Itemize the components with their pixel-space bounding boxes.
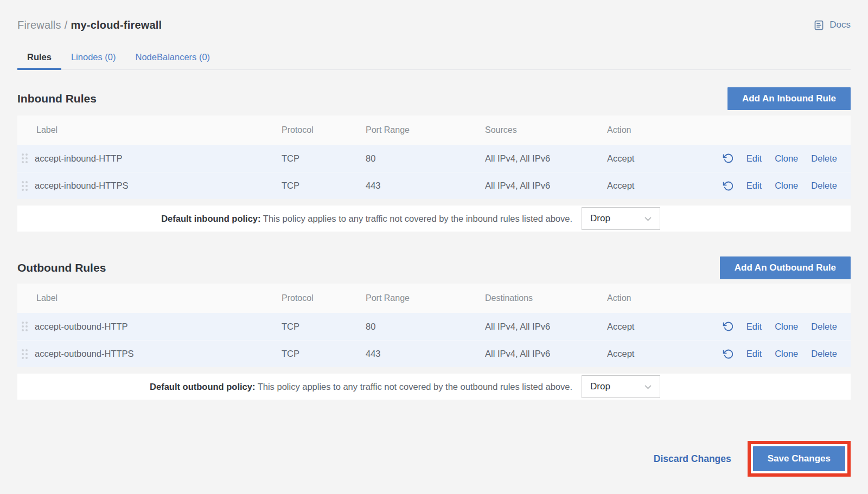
undo-icon[interactable] [723, 153, 733, 164]
save-changes-highlight-annotation: Save Changes [748, 441, 851, 477]
default-inbound-policy-label: Default inbound policy: [161, 214, 260, 223]
clone-link[interactable]: Clone [775, 349, 798, 359]
chevron-down-icon [643, 382, 653, 392]
discard-changes-button[interactable]: Discard Changes [654, 453, 731, 465]
delete-link[interactable]: Delete [811, 322, 837, 332]
clone-link[interactable]: Clone [775, 153, 798, 164]
add-outbound-rule-button[interactable]: Add An Outbound Rule [720, 256, 851, 279]
default-outbound-policy-text: Default outbound policy: This policy app… [150, 382, 572, 392]
rule-sources: All IPv4, All IPv6 [485, 153, 607, 164]
default-inbound-policy-text: Default inbound policy: This policy appl… [161, 214, 572, 224]
default-inbound-policy-row: Default inbound policy: This policy appl… [17, 206, 851, 232]
breadcrumb-firewalls-link[interactable]: Firewalls [17, 19, 61, 31]
inbound-rules-table: Label Protocol Port Range Sources Action… [17, 116, 851, 199]
default-outbound-policy-label: Default outbound policy: [150, 382, 255, 392]
default-inbound-policy-select[interactable]: Drop [582, 207, 660, 230]
selected-outbound-policy: Drop [590, 381, 610, 392]
outbound-rules-title: Outbound Rules [17, 261, 106, 274]
drag-handle-icon[interactable] [22, 153, 28, 163]
delete-link[interactable]: Delete [811, 349, 837, 359]
clone-link[interactable]: Clone [775, 322, 798, 332]
inbound-rules-title: Inbound Rules [17, 92, 97, 105]
default-outbound-policy-row: Default outbound policy: This policy app… [17, 374, 851, 400]
outbound-rules-table: Label Protocol Port Range Destinations A… [17, 284, 851, 367]
rule-action: Accept [607, 181, 705, 191]
outbound-section-header: Outbound Rules Add An Outbound Rule [17, 256, 851, 279]
rule-destinations: All IPv4, All IPv6 [485, 349, 607, 359]
column-header-sources: Sources [485, 125, 607, 135]
delete-link[interactable]: Delete [811, 153, 837, 164]
breadcrumb-current-firewall: my-cloud-firewall [71, 19, 162, 31]
column-header-port-range: Port Range [366, 293, 485, 303]
tab-linodes[interactable]: Linodes (0) [61, 47, 126, 69]
rule-destinations: All IPv4, All IPv6 [485, 322, 607, 332]
breadcrumb: Firewalls/my-cloud-firewall [17, 19, 162, 31]
tab-nodebalancers[interactable]: NodeBalancers (0) [126, 47, 220, 69]
rule-action: Accept [607, 349, 705, 359]
column-header-action: Action [607, 125, 705, 135]
rule-action: Accept [607, 322, 705, 332]
tab-rules[interactable]: Rules [17, 47, 61, 69]
rule-label: accept-outbound-HTTP [35, 322, 128, 332]
firewall-detail-page: Firewalls/my-cloud-firewall Docs Rules L… [0, 0, 868, 494]
edit-link[interactable]: Edit [746, 322, 762, 332]
rule-sources: All IPv4, All IPv6 [485, 181, 607, 191]
drag-handle-icon[interactable] [22, 322, 28, 331]
rule-protocol: TCP [282, 349, 366, 359]
selected-inbound-policy: Drop [590, 213, 610, 224]
column-header-protocol: Protocol [282, 293, 366, 303]
inbound-table-header: Label Protocol Port Range Sources Action [17, 116, 851, 145]
column-header-label: Label [17, 293, 282, 303]
drag-handle-icon[interactable] [22, 349, 28, 359]
outbound-table-header: Label Protocol Port Range Destinations A… [17, 284, 851, 313]
rule-label: accept-inbound-HTTP [35, 153, 122, 164]
rule-protocol: TCP [282, 153, 366, 164]
rule-action: Accept [607, 153, 705, 164]
form-actions-footer: Discard Changes Save Changes [17, 441, 851, 477]
undo-icon[interactable] [723, 349, 733, 360]
edit-link[interactable]: Edit [746, 349, 762, 359]
docs-link[interactable]: Docs [813, 20, 851, 31]
rule-port-range: 443 [366, 349, 485, 359]
rule-label: accept-inbound-HTTPS [35, 181, 128, 191]
delete-link[interactable]: Delete [811, 181, 837, 191]
breadcrumb-separator: / [65, 19, 68, 31]
column-header-protocol: Protocol [282, 125, 366, 135]
default-outbound-policy-select[interactable]: Drop [582, 375, 660, 398]
table-row-accept-inbound-http: accept-inbound-HTTP TCP 80 All IPv4, All… [17, 145, 851, 172]
drag-handle-icon[interactable] [22, 181, 28, 191]
table-row-accept-outbound-http: accept-outbound-HTTP TCP 80 All IPv4, Al… [17, 313, 851, 340]
add-inbound-rule-button[interactable]: Add An Inbound Rule [727, 87, 851, 110]
column-header-port-range: Port Range [366, 125, 485, 135]
edit-link[interactable]: Edit [746, 181, 762, 191]
top-bar: Firewalls/my-cloud-firewall Docs [17, 15, 851, 35]
clone-link[interactable]: Clone [775, 181, 798, 191]
table-row-accept-inbound-https: accept-inbound-HTTPS TCP 443 All IPv4, A… [17, 172, 851, 199]
undo-icon[interactable] [723, 321, 733, 332]
column-header-destinations: Destinations [485, 293, 607, 303]
tab-bar: Rules Linodes (0) NodeBalancers (0) [17, 47, 851, 70]
rule-label: accept-outbound-HTTPS [35, 349, 134, 359]
rule-port-range: 80 [366, 322, 485, 332]
rule-protocol: TCP [282, 181, 366, 191]
docs-label: Docs [829, 20, 851, 30]
undo-icon[interactable] [723, 181, 733, 191]
chevron-down-icon [643, 214, 653, 223]
rule-port-range: 80 [366, 153, 485, 164]
table-row-accept-outbound-https: accept-outbound-HTTPS TCP 443 All IPv4, … [17, 340, 851, 367]
docs-icon [813, 20, 825, 31]
save-changes-button[interactable]: Save Changes [753, 446, 845, 471]
rule-port-range: 443 [366, 181, 485, 191]
rule-protocol: TCP [282, 322, 366, 332]
edit-link[interactable]: Edit [746, 153, 762, 164]
column-header-action: Action [607, 293, 705, 303]
inbound-section-header: Inbound Rules Add An Inbound Rule [17, 87, 851, 110]
column-header-label: Label [17, 125, 282, 135]
